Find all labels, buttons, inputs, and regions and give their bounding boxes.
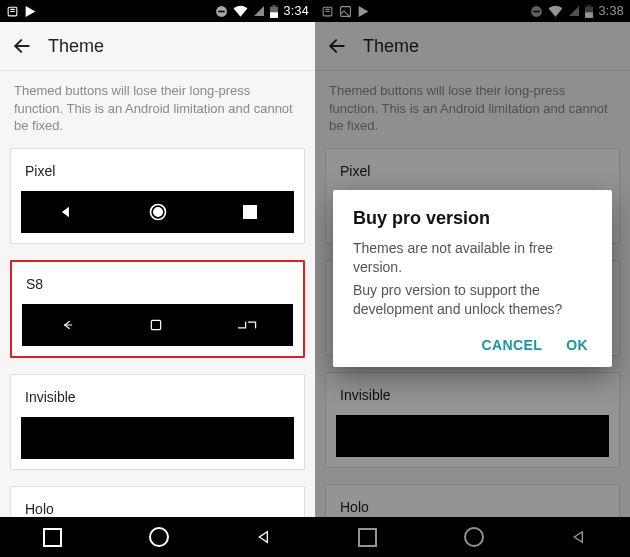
page-title: Theme: [48, 36, 104, 57]
sys-back-icon[interactable]: [571, 529, 587, 545]
dnd-icon: [530, 5, 543, 18]
toolbar: Theme: [315, 22, 630, 71]
theme-card-invisible[interactable]: Invisible: [325, 372, 620, 468]
play-icon: [24, 5, 37, 18]
nav-back-icon: [58, 318, 76, 332]
nav-home-icon: [148, 202, 168, 222]
status-bar: 3:34: [0, 0, 315, 22]
sys-recent-icon[interactable]: [43, 528, 62, 547]
theme-preview-pixel: [21, 191, 294, 233]
nav-home-icon: [148, 317, 164, 333]
theme-card-s8[interactable]: S8: [10, 260, 305, 358]
back-icon[interactable]: [327, 36, 347, 56]
dialog-title: Buy pro version: [353, 208, 592, 229]
svg-rect-12: [534, 10, 541, 12]
buy-pro-dialog: Buy pro version Themes are not available…: [333, 190, 612, 367]
sys-back-icon[interactable]: [256, 529, 272, 545]
theme-label: Invisible: [326, 373, 619, 415]
theme-label: Pixel: [326, 149, 619, 191]
page-title: Theme: [363, 36, 419, 57]
theme-card-pixel[interactable]: Pixel: [10, 148, 305, 244]
theme-preview-s8: [22, 304, 293, 346]
hint-text: Themed buttons will lose their long-pres…: [315, 71, 630, 148]
theme-label: Invisible: [11, 375, 304, 417]
back-icon[interactable]: [12, 36, 32, 56]
system-nav: [0, 517, 315, 557]
notification-icon: [321, 5, 334, 18]
dialog-text: Themes are not available in free version…: [353, 239, 592, 277]
svg-point-11: [532, 6, 543, 17]
dialog-text: Buy pro version to support the developme…: [353, 281, 592, 319]
battery-icon: [585, 5, 593, 18]
sys-recent-icon[interactable]: [358, 528, 377, 547]
system-nav: [315, 517, 630, 557]
nav-recent-icon: [237, 318, 257, 332]
signal-icon: [253, 5, 265, 17]
svg-rect-2: [219, 10, 226, 12]
theme-card-holo[interactable]: Holo: [325, 484, 620, 518]
play-icon: [357, 5, 370, 18]
clock: 3:34: [283, 4, 309, 18]
ok-button[interactable]: OK: [566, 337, 588, 353]
theme-label: Holo: [326, 485, 619, 518]
content: Themed buttons will lose their long-pres…: [0, 71, 315, 518]
phone-right: 3:38 Theme Themed buttons will lose thei…: [315, 0, 630, 557]
svg-rect-4: [270, 12, 278, 18]
dnd-icon: [215, 5, 228, 18]
theme-preview-invisible: [21, 417, 294, 459]
clock: 3:38: [598, 4, 624, 18]
wifi-icon: [233, 5, 248, 17]
svg-point-7: [153, 207, 161, 215]
battery-icon: [270, 5, 278, 18]
svg-rect-10: [341, 6, 351, 16]
sys-home-icon[interactable]: [149, 527, 169, 547]
theme-card-invisible[interactable]: Invisible: [10, 374, 305, 470]
status-bar: 3:38: [315, 0, 630, 22]
theme-card-holo[interactable]: Holo: [10, 486, 305, 518]
hint-text: Themed buttons will lose their long-pres…: [0, 71, 315, 148]
notification-icon: [6, 5, 19, 18]
svg-rect-15: [588, 5, 591, 7]
nav-recent-icon: [243, 205, 257, 219]
theme-label: S8: [12, 262, 303, 304]
image-icon: [339, 5, 352, 18]
signal-icon: [568, 5, 580, 17]
svg-rect-14: [585, 12, 593, 18]
wifi-icon: [548, 5, 563, 17]
phone-left: 3:34 Theme Themed buttons will lose thei…: [0, 0, 315, 557]
theme-label: Pixel: [11, 149, 304, 191]
theme-preview-invisible: [336, 415, 609, 457]
svg-rect-9: [323, 7, 332, 16]
svg-rect-13: [585, 6, 593, 17]
nav-back-icon: [59, 205, 73, 219]
toolbar: Theme: [0, 22, 315, 71]
svg-rect-5: [273, 5, 276, 7]
sys-home-icon[interactable]: [464, 527, 484, 547]
svg-rect-8: [152, 320, 161, 329]
theme-label: Holo: [11, 487, 304, 518]
cancel-button[interactable]: CANCEL: [481, 337, 542, 353]
